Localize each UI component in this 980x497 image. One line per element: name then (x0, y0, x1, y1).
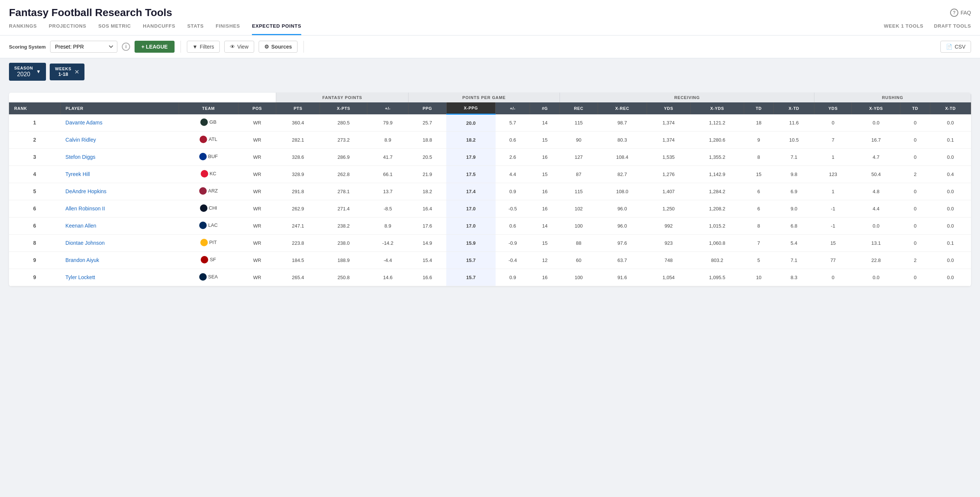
cell-team: ARZ (179, 183, 238, 200)
nav-expected-points[interactable]: EXPECTED POINTS (252, 23, 301, 35)
team-logo (201, 256, 208, 264)
cell-xppg: 17.5 (446, 165, 495, 183)
table-row: 6Allen Robinson IICHIWR262.9271.4-8.516.… (9, 200, 971, 217)
eye-icon: 👁 (230, 44, 235, 50)
csv-label: CSV (955, 44, 966, 50)
cell-rush-td: 0 (900, 200, 930, 217)
player-link[interactable]: Allen Robinson II (65, 205, 105, 211)
faq-link[interactable]: ? FAQ (950, 9, 971, 17)
csv-icon: 📄 (946, 44, 952, 50)
cell-xtd: 6.9 (774, 183, 815, 200)
cell-xrec: 96.0 (598, 217, 647, 234)
player-link[interactable]: Diontae Johnson (65, 240, 105, 246)
col-rush-xyds: X-YDS (852, 102, 900, 114)
cell-pos: WR (238, 165, 276, 183)
nav-stats[interactable]: STATS (187, 23, 204, 35)
scoring-info-btn[interactable]: i (122, 43, 130, 51)
col-ppg: PPG (409, 102, 447, 114)
cell-xppg: 17.0 (446, 200, 495, 217)
team-abbr: PIT (209, 240, 217, 245)
filters-button[interactable]: ▼ Filters (187, 41, 220, 53)
cell-player: Calvin Ridley (60, 131, 179, 148)
cell-xyds: 1,142.9 (690, 165, 744, 183)
cell-rush-xyds: 4.8 (852, 183, 900, 200)
group-receiving: RECEIVING (560, 93, 814, 102)
cell-xrec: 96.0 (598, 200, 647, 217)
cell-rush-yds: 0 (815, 269, 852, 286)
toolbar-divider2 (304, 41, 304, 53)
cell-rush-yds: 1 (815, 148, 852, 165)
player-link[interactable]: Stefon Diggs (65, 154, 95, 160)
cell-team: GB (179, 114, 238, 132)
cell-rank: 6 (9, 200, 60, 217)
weeks-label: WEEKS (55, 67, 72, 71)
weeks-close-icon[interactable]: ✕ (75, 68, 79, 76)
col-ppg-pm: +/- (496, 102, 530, 114)
nav-draft-tools[interactable]: DRAFT TOOLS (934, 23, 971, 35)
player-link[interactable]: Tyreek Hill (65, 171, 90, 177)
cell-ppg-pm: 4.4 (496, 165, 530, 183)
cell-yds: 1,535 (647, 148, 690, 165)
cell-rush-yds: 15 (815, 234, 852, 251)
cell-xtd: 7.1 (774, 148, 815, 165)
player-link[interactable]: Calvin Ridley (65, 137, 96, 143)
sources-button[interactable]: ⚙ Sources (259, 41, 298, 53)
player-link[interactable]: DeAndre Hopkins (65, 188, 107, 194)
faq-label: FAQ (961, 10, 971, 16)
player-link[interactable]: Davante Adams (65, 119, 102, 125)
table-body: 1Davante AdamsGBWR360.4280.579.925.720.0… (9, 114, 971, 286)
cell-rush-xtd: 0.1 (930, 131, 970, 148)
cell-pts: 223.8 (276, 234, 320, 251)
cell-xtd: 7.1 (774, 251, 815, 269)
nav-rankings[interactable]: RANKINGS (9, 23, 37, 35)
cell-xyds: 1,284.2 (690, 183, 744, 200)
cell-rec: 127 (560, 148, 598, 165)
cell-rush-yds: 0 (815, 114, 852, 132)
cell-rush-td: 0 (900, 183, 930, 200)
team-logo (199, 273, 207, 281)
view-button[interactable]: 👁 View (224, 41, 254, 53)
player-link[interactable]: Keenan Allen (65, 223, 96, 229)
col-xppg: X-PPG (446, 102, 495, 114)
nav-finishes[interactable]: FINISHES (216, 23, 240, 35)
csv-button[interactable]: 📄 CSV (940, 41, 971, 53)
cell-xrec: 98.7 (598, 114, 647, 132)
cell-ppg-pm: -0.4 (496, 251, 530, 269)
scoring-select[interactable]: Preset: PPR Standard Half PPR (50, 41, 117, 53)
season-button[interactable]: SEASON 2020 ▼ (9, 63, 46, 81)
weeks-button[interactable]: WEEKS 1-18 ✕ (50, 64, 84, 80)
cell-pts: 328.6 (276, 148, 320, 165)
toolbar: Scoring System Preset: PPR Standard Half… (0, 35, 980, 58)
scoring-label: Scoring System (9, 44, 46, 50)
main-nav: RANKINGS PROJECTIONS SOS METRIC HANDCUFF… (9, 23, 971, 35)
cell-ppg-pm: -0.9 (496, 234, 530, 251)
cell-player: Davante Adams (60, 114, 179, 132)
cell-ppg: 16.6 (409, 269, 447, 286)
cell-pts: 265.4 (276, 269, 320, 286)
cell-xppg: 17.9 (446, 148, 495, 165)
cell-player: Tyreek Hill (60, 165, 179, 183)
cell-g: 16 (530, 200, 560, 217)
cell-rush-xyds: 4.4 (852, 200, 900, 217)
nav-sos-metric[interactable]: SOS METRIC (98, 23, 131, 35)
col-xrec: X-REC (598, 102, 647, 114)
team-abbr: SF (210, 257, 216, 262)
cell-xpts: 238.2 (320, 217, 368, 234)
cell-ppg: 15.4 (409, 251, 447, 269)
cell-xyds: 1,208.2 (690, 200, 744, 217)
nav-handcuffs[interactable]: HANDCUFFS (143, 23, 175, 35)
cell-ppg-pm: -0.5 (496, 200, 530, 217)
cell-td: 7 (744, 234, 773, 251)
nav-projections[interactable]: PROJECTIONS (49, 23, 86, 35)
cell-xtd: 5.4 (774, 234, 815, 251)
app-title: Fantasy Football Research Tools (9, 7, 172, 19)
group-fantasy-points: FANTASY POINTS (276, 93, 409, 102)
col-xpts: X-PTS (320, 102, 368, 114)
nav-week1-tools[interactable]: WEEK 1 TOOLS (884, 23, 924, 35)
cell-yds: 1,374 (647, 114, 690, 132)
cell-rec: 88 (560, 234, 598, 251)
league-button[interactable]: + LEAGUE (135, 41, 174, 53)
player-link[interactable]: Tyler Lockett (65, 274, 95, 280)
player-link[interactable]: Brandon Aiyuk (65, 257, 99, 263)
team-abbr: GB (209, 119, 216, 125)
